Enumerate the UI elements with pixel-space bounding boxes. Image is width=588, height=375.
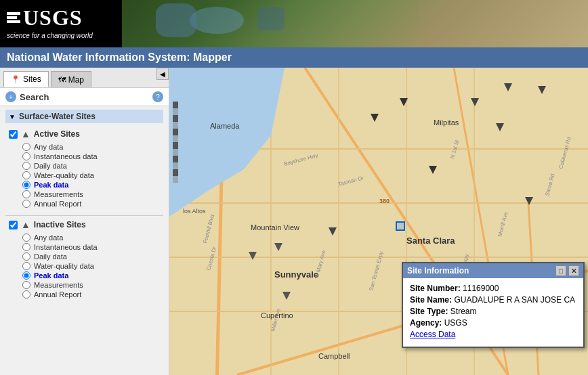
map-marker-10[interactable]: [274, 243, 282, 251]
agency-value: USGS: [444, 318, 467, 328]
map-marker-5[interactable]: [504, 83, 512, 91]
map-area[interactable]: Alameda Milpitas Sunnyvale Santa Clara M…: [169, 68, 588, 375]
surface-water-title: Surface-Water Sites: [19, 112, 96, 121]
inactive-measurements-option[interactable]: Measurements: [9, 280, 163, 290]
active-daily-option[interactable]: Daily data: [9, 161, 163, 171]
active-instantaneous-label: Instantaneous data: [34, 152, 98, 160]
svg-text:Campbell: Campbell: [318, 352, 350, 360]
sidebar-tabs: 📍 Sites 🗺 Map: [0, 68, 169, 88]
inactive-daily-label: Daily data: [34, 252, 67, 261]
site-type-value: Stream: [450, 307, 477, 316]
active-sites-marker-icon: ▲: [21, 129, 30, 139]
inactive-peak-label: Peak data: [34, 271, 68, 280]
search-row: + Search ?: [5, 91, 163, 102]
map-marker-2[interactable]: [400, 98, 408, 106]
inactive-annual-option[interactable]: Annual Report: [9, 290, 163, 299]
inactive-instantaneous-option[interactable]: Instantaneous data: [9, 242, 163, 252]
surface-water-section: ▼ Surface-Water Sites ▲ Active Sites Any…: [0, 106, 169, 309]
selected-marker[interactable]: [396, 221, 405, 231]
surface-water-header[interactable]: ▼ Surface-Water Sites: [5, 110, 163, 123]
access-data-row: Access Data: [410, 330, 576, 339]
active-sites-header: ▲ Active Sites: [9, 129, 163, 139]
site-info-header: Site Information □ ✕: [403, 263, 583, 278]
inactive-daily-option[interactable]: Daily data: [9, 252, 163, 261]
map-tab-icon: 🗺: [58, 76, 66, 84]
sidebar-divider: [5, 215, 163, 216]
page-title: National Water Information System: Mappe…: [0, 47, 588, 68]
active-water-quality-option[interactable]: Water-quality data: [9, 171, 163, 180]
svg-text:380: 380: [379, 198, 390, 204]
map-marker-11[interactable]: [249, 252, 257, 260]
inactive-any-option[interactable]: Any data: [9, 233, 163, 242]
svg-rect-23: [173, 142, 178, 149]
site-number-label: Site Number:: [410, 284, 461, 293]
map-marker-4[interactable]: [496, 123, 504, 131]
tab-map-label: Map: [68, 75, 84, 85]
active-daily-label: Daily data: [34, 162, 67, 170]
inactive-measurements-label: Measurements: [34, 281, 83, 289]
map-marker-7[interactable]: [525, 197, 533, 205]
map-marker-1[interactable]: [371, 114, 379, 122]
active-peak-option[interactable]: Peak data: [9, 180, 163, 190]
usgs-logo: USGS science for a changing world: [0, 0, 122, 47]
inactive-sites-marker-icon: ▲: [21, 219, 30, 230]
site-info-title: Site Information: [407, 266, 469, 275]
search-label: Search: [20, 92, 149, 102]
tab-sites[interactable]: 📍 Sites: [3, 71, 49, 87]
svg-rect-24: [173, 156, 178, 162]
active-any-option[interactable]: Any data: [9, 142, 163, 152]
main-layout: ◀ 📍 Sites 🗺 Map + Search ? ▼ Surfa: [0, 68, 588, 375]
logo-usgs-text: USGS: [23, 5, 83, 30]
search-help-button[interactable]: ?: [152, 91, 163, 102]
inactive-sites-checkbox[interactable]: [9, 221, 18, 229]
svg-rect-20: [173, 102, 178, 108]
sw-collapse-icon: ▼: [9, 113, 16, 120]
header: USGS science for a changing world: [0, 0, 588, 47]
search-section: + Search ?: [0, 88, 169, 106]
inactive-any-label: Any data: [34, 234, 63, 242]
active-annual-option[interactable]: Annual Report: [9, 199, 163, 208]
map-marker-12[interactable]: [282, 292, 291, 300]
inactive-instantaneous-label: Instantaneous data: [34, 243, 98, 251]
active-sites-label: Active Sites: [34, 129, 80, 139]
map-marker-3[interactable]: [471, 98, 479, 106]
agency-row: Agency: USGS: [410, 318, 576, 328]
inactive-sites-label: Inactive Sites: [34, 220, 86, 229]
active-sites-group: ▲ Active Sites Any data Instantaneous da…: [5, 129, 163, 208]
site-info-restore-button[interactable]: □: [555, 265, 566, 276]
access-data-link[interactable]: Access Data: [410, 330, 455, 339]
inactive-water-quality-option[interactable]: Water-quality data: [9, 261, 163, 271]
map-marker-6[interactable]: [538, 86, 546, 94]
active-annual-label: Annual Report: [34, 200, 81, 208]
svg-rect-22: [173, 129, 178, 135]
site-number-value: 11169000: [463, 284, 499, 293]
active-measurements-option[interactable]: Measurements: [9, 190, 163, 199]
svg-text:Sunnyvale: Sunnyvale: [274, 269, 318, 280]
site-info-controls: □ ✕: [555, 265, 579, 276]
site-type-label: Site Type:: [410, 307, 448, 316]
tab-map[interactable]: 🗺 Map: [51, 71, 91, 87]
inactive-sites-header: ▲ Inactive Sites: [9, 219, 163, 230]
agency-label: Agency:: [410, 318, 442, 328]
svg-text:Milpitas: Milpitas: [434, 118, 459, 127]
map-marker-9[interactable]: [329, 227, 337, 236]
active-instantaneous-option[interactable]: Instantaneous data: [9, 152, 163, 161]
map-marker-8[interactable]: [429, 166, 437, 174]
active-any-label: Any data: [34, 143, 63, 151]
logo-lines: [7, 12, 20, 24]
site-info-popup: Site Information □ ✕ Site Number: 111690…: [402, 262, 585, 348]
site-info-close-button[interactable]: ✕: [568, 265, 579, 276]
svg-text:Mountain View: Mountain View: [251, 223, 299, 231]
site-number-row: Site Number: 11169000: [410, 284, 576, 293]
site-name-row: Site Name: GUADALUPE R A SAN JOSE CA: [410, 295, 576, 305]
inactive-annual-label: Annual Report: [34, 290, 81, 299]
site-name-label: Site Name:: [410, 295, 452, 305]
search-expand-button[interactable]: +: [5, 91, 16, 102]
svg-text:Alameda: Alameda: [210, 122, 240, 130]
inactive-peak-option[interactable]: Peak data: [9, 271, 163, 280]
active-sites-checkbox[interactable]: [9, 130, 18, 139]
collapse-sidebar-button[interactable]: ◀: [156, 68, 169, 80]
header-banner: [122, 0, 588, 47]
svg-text:Santa Clara: Santa Clara: [406, 236, 455, 246]
active-peak-label: Peak data: [34, 181, 68, 189]
